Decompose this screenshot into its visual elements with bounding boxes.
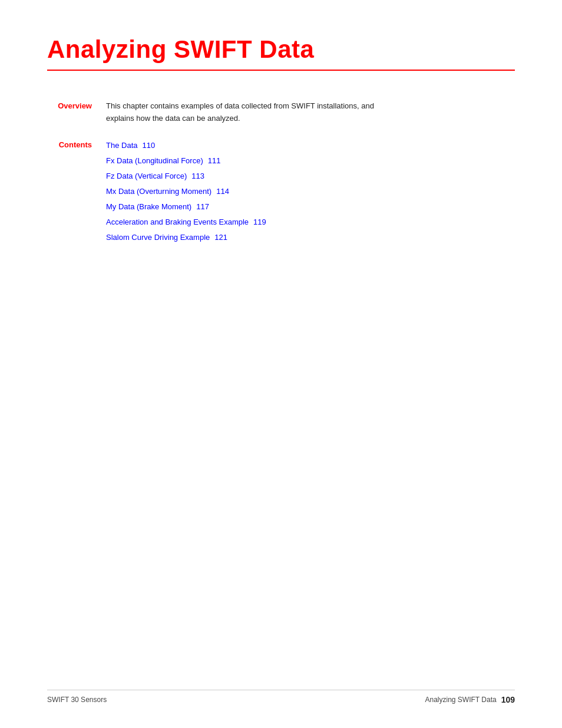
- toc-item-text: Fx Data (Longitudinal Force): [106, 156, 203, 165]
- toc-item-page: 119: [253, 218, 266, 226]
- toc-item[interactable]: Mx Data (Overturning Moment)114: [106, 185, 515, 198]
- overview-section: Overview This chapter contains examples …: [47, 100, 515, 125]
- toc-item-page: 117: [196, 202, 209, 211]
- page-title: Analyzing SWIFT Data: [47, 35, 515, 64]
- toc-item-page: 110: [142, 141, 155, 150]
- footer-left-text: SWIFT 30 Sensors: [47, 696, 107, 704]
- footer-page-number: 109: [501, 695, 515, 704]
- overview-text-line1: This chapter contains examples of data c…: [106, 101, 374, 110]
- toc-item[interactable]: The Data110: [106, 139, 515, 152]
- overview-text-line2: explains how the data can be analyzed.: [106, 114, 240, 123]
- toc-item-text: Fz Data (Vertical Force): [106, 172, 187, 180]
- toc-item[interactable]: My Data (Brake Moment)117: [106, 200, 515, 213]
- contents-toc: The Data110Fx Data (Longitudinal Force)1…: [106, 139, 515, 247]
- contents-label: Contents: [47, 139, 106, 149]
- toc-item[interactable]: Fx Data (Longitudinal Force)111: [106, 154, 515, 167]
- toc-item-page: 121: [214, 233, 227, 242]
- content-area: Overview This chapter contains examples …: [47, 88, 515, 272]
- footer-page-title: Analyzing SWIFT Data: [425, 696, 496, 704]
- toc-item-text: Acceleration and Braking Events Example: [106, 218, 249, 226]
- toc-item-text: Mx Data (Overturning Moment): [106, 187, 211, 196]
- page-footer: SWIFT 30 Sensors Analyzing SWIFT Data 10…: [47, 690, 515, 704]
- toc-item[interactable]: Acceleration and Braking Events Example1…: [106, 216, 515, 229]
- toc-item[interactable]: Slalom Curve Driving Example121: [106, 231, 515, 244]
- toc-item-text: My Data (Brake Moment): [106, 202, 191, 211]
- title-divider: [47, 70, 515, 71]
- overview-body: This chapter contains examples of data c…: [106, 100, 515, 125]
- page-container: Analyzing SWIFT Data Overview This chapt…: [0, 0, 562, 728]
- toc-item-page: 113: [191, 172, 204, 180]
- contents-section: Contents The Data110Fx Data (Longitudina…: [47, 139, 515, 247]
- toc-item-page: 114: [216, 187, 229, 196]
- toc-item-text: The Data: [106, 141, 137, 150]
- toc-item-text: Slalom Curve Driving Example: [106, 233, 210, 242]
- overview-label: Overview: [47, 100, 106, 110]
- footer-right: Analyzing SWIFT Data 109: [425, 695, 515, 704]
- toc-item-page: 111: [208, 156, 221, 165]
- toc-item[interactable]: Fz Data (Vertical Force)113: [106, 170, 515, 183]
